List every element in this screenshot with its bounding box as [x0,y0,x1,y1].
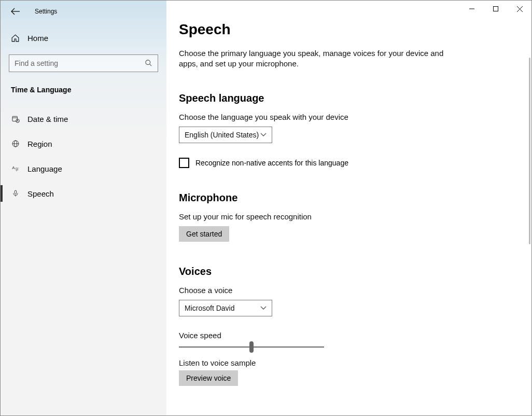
maximize-icon [493,6,498,11]
main-content: Speech Choose the primary language you s… [166,1,531,415]
voice-speed-label: Voice speed [179,331,469,340]
sidebar-item-language[interactable]: A 字 Language [1,156,166,181]
sidebar: Settings Home Time & Language [1,1,166,415]
sidebar-home[interactable]: Home [1,26,166,49]
choose-voice-label: Choose a voice [179,286,469,295]
recognize-accents-label: Recognize non-native accents for this la… [195,159,348,167]
home-icon [11,34,20,43]
speech-language-dropdown[interactable]: English (United States) [179,127,272,143]
svg-rect-3 [12,116,17,121]
chevron-down-icon [260,306,267,310]
voice-sample-label: Listen to voice sample [179,358,469,367]
close-button[interactable] [508,1,531,17]
page-description: Choose the primary language you speak, m… [179,48,449,70]
sidebar-category: Time & Language [1,72,166,101]
sidebar-nav: Date & time Region A 字 [1,106,166,206]
get-started-button[interactable]: Get started [179,226,229,242]
search-icon [145,59,152,68]
app-title: Settings [35,8,57,15]
microphone-icon [11,189,20,198]
settings-window: Settings Home Time & Language [1,1,531,415]
scrollbar[interactable] [529,58,530,244]
globe-icon [11,139,20,148]
svg-point-1 [146,60,150,65]
voice-speed-slider[interactable] [179,343,324,351]
svg-line-2 [149,64,151,66]
preview-voice-button[interactable]: Preview voice [179,370,238,386]
sidebar-item-region[interactable]: Region [1,131,166,156]
svg-rect-16 [494,7,498,11]
page-title: Speech [179,21,531,38]
sidebar-item-label: Date & time [27,115,68,123]
svg-text:字: 字 [15,168,19,171]
voices-heading: Voices [179,266,469,278]
sidebar-item-label: Region [27,140,52,148]
recognize-accents-checkbox[interactable] [179,158,189,168]
section-voices: Voices Choose a voice Microsoft David Vo… [179,266,469,386]
sidebar-item-speech[interactable]: Speech [1,181,166,206]
minimize-icon [469,6,474,11]
speech-language-subtext: Choose the language you speak with your … [179,113,469,121]
search-input[interactable] [15,59,152,67]
arrow-left-icon [11,8,20,15]
close-icon [517,6,523,12]
window-controls [460,1,531,17]
calendar-clock-icon [11,114,20,123]
sidebar-home-label: Home [27,34,48,43]
section-microphone: Microphone Set up your mic for speech re… [179,192,469,242]
back-button[interactable] [10,6,21,17]
maximize-button[interactable] [484,1,508,17]
microphone-heading: Microphone [179,192,469,204]
svg-line-7 [18,121,18,121]
language-character-icon: A 字 [11,164,20,173]
speech-language-selected: English (United States) [185,131,259,139]
sidebar-item-date-time[interactable]: Date & time [1,106,166,131]
sidebar-item-label: Speech [27,189,54,198]
titlebar-left: Settings [1,1,166,22]
recognize-accents-row: Recognize non-native accents for this la… [179,158,459,168]
svg-rect-13 [15,190,17,194]
speech-language-heading: Speech language [179,92,469,104]
sidebar-item-label: Language [27,164,62,173]
voice-selected: Microsoft David [185,304,234,312]
microphone-subtext: Set up your mic for speech recognition [179,212,469,221]
slider-thumb[interactable] [249,341,254,353]
search-container [9,54,158,72]
minimize-button[interactable] [460,1,484,17]
section-speech-language: Speech language Choose the language you … [179,92,469,168]
search-box[interactable] [9,54,158,72]
chevron-down-icon [260,133,267,137]
voice-dropdown[interactable]: Microsoft David [179,300,272,316]
